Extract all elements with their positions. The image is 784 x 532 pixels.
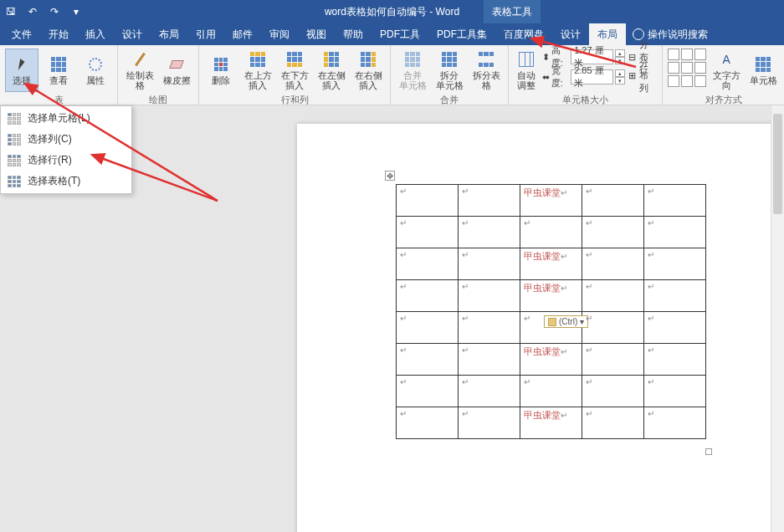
split-table-icon [477, 50, 495, 69]
height-input[interactable]: 1.27 厘米 [571, 49, 613, 64]
split-table-button[interactable]: 拆分表格 [469, 49, 503, 92]
grid-icon [49, 55, 68, 74]
table-cell: ↵ [459, 185, 520, 217]
width-spinner[interactable]: ▲▼ [615, 69, 625, 84]
scrollbar-thumb[interactable] [773, 114, 782, 214]
tab-insert[interactable]: 插入 [77, 23, 114, 45]
delete-button[interactable]: 删除 [204, 49, 238, 92]
table-cell: ↵ [644, 185, 706, 217]
autofit-button[interactable]: 自动调整 [514, 49, 539, 92]
tab-view[interactable]: 视图 [298, 23, 335, 45]
table-cell: ↵ [644, 344, 706, 376]
insert-below-button[interactable]: 在下方插入 [278, 49, 311, 92]
table-cell: ↵ [582, 248, 644, 280]
split-cells-button[interactable]: 拆分单元格 [433, 49, 466, 92]
table-cell: ↵ [397, 280, 459, 312]
table-cell: ↵ [397, 312, 459, 344]
table-row: ↵ ↵ ↵ ↵ ↵ [397, 217, 706, 248]
document-table[interactable]: ↵ ↵ 甲虫课堂↵ ↵ ↵ ↵ ↵ ↵ ↵ ↵ ↵ ↵ 甲虫课堂↵ ↵ ↵ [396, 184, 706, 439]
select-row-icon [8, 155, 21, 166]
group-draw: 绘制表格 橡皮擦 绘图 [118, 45, 199, 105]
table-cell: ↵ [582, 217, 644, 248]
height-spinner[interactable]: ▲▼ [615, 49, 625, 64]
select-cell-icon [8, 113, 21, 125]
pencil-icon [131, 50, 149, 69]
table-row: ↵ ↵ 甲虫课堂↵ ↵ ↵ [397, 185, 706, 217]
eraser-button[interactable]: 橡皮擦 [160, 49, 193, 92]
table-move-handle[interactable]: ✥ [385, 171, 395, 181]
tab-layout[interactable]: 布局 [151, 23, 187, 45]
table-cell: ↵ [520, 217, 582, 248]
merge-cells-button: 合并单元格 [396, 49, 429, 92]
group-cell-size: 自动调整 ⬍ 高度: 1.27 厘米 ▲▼ ⬌ 宽度: 2.85 厘米 ▲▼ ⊟… [509, 45, 663, 105]
properties-button[interactable]: 属性 [79, 49, 112, 92]
table-cell: ↵ [397, 344, 459, 376]
alignment-grid[interactable] [668, 49, 706, 87]
undo-icon[interactable]: ↶ [25, 4, 40, 19]
cell-margins-icon [754, 55, 772, 74]
redo-icon[interactable]: ↷ [47, 4, 62, 19]
width-input[interactable]: 2.85 厘米 [571, 69, 613, 84]
menu-select-row[interactable]: 选择行(R) [1, 150, 131, 171]
vertical-scrollbar[interactable] [771, 105, 784, 532]
table-cell: ↵ [582, 280, 644, 312]
menu-select-table[interactable]: 选择表格(T) [1, 171, 131, 192]
table-cell: ↵ [397, 248, 459, 280]
table-cell: ↵ [582, 312, 644, 344]
ribbon: 选择 查看 属性 表 绘制表格 橡皮擦 绘图 [0, 45, 784, 105]
table-row: ↵ ↵ 甲虫课堂↵ (Ctrl) ▾ ↵ ↵ [397, 280, 706, 312]
draw-table-button[interactable]: 绘制表格 [123, 49, 156, 92]
insert-right-button[interactable]: 在右侧插入 [351, 49, 385, 92]
insert-below-icon [285, 50, 304, 69]
tab-table-design[interactable]: 设计 [552, 23, 589, 45]
dist-rows-icon: ⊟ [628, 52, 636, 63]
view-gridlines-button[interactable]: 查看 [42, 49, 75, 92]
group-label-cell-size: 单元格大小 [562, 94, 608, 106]
width-label: 宽度: [551, 64, 569, 90]
tab-references[interactable]: 引用 [187, 23, 224, 45]
table-resize-handle[interactable] [705, 448, 712, 455]
group-merge: 合并单元格 拆分单元格 拆分表格 合并 [391, 45, 509, 105]
delete-icon [212, 55, 230, 74]
menu-select-column[interactable]: 选择列(C) [1, 129, 131, 150]
table-cell: ↵ [459, 407, 520, 439]
tab-baidu[interactable]: 百度网盘 [495, 23, 552, 45]
page: ✥ ↵ ↵ 甲虫课堂↵ ↵ ↵ ↵ ↵ ↵ ↵ ↵ ↵ ↵ 甲虫课堂↵ ↵ ↵ [297, 124, 784, 532]
table-cell: ↵ [644, 407, 706, 439]
tab-home[interactable]: 开始 [40, 23, 77, 45]
table-tools-contextual-label: 表格工具 [484, 0, 541, 23]
table-cell: ↵ [459, 376, 520, 407]
table-cell: ↵ [644, 217, 706, 248]
tab-review[interactable]: 审阅 [261, 23, 298, 45]
quick-access-toolbar: 🖫 ↶ ↷ ▾ [3, 4, 84, 19]
tab-pdf-tools[interactable]: PDF工具 [372, 23, 428, 45]
pointer-icon [13, 55, 31, 74]
menu-select-cell[interactable]: 选择单元格(L) [1, 108, 131, 129]
insert-left-button[interactable]: 在左侧插入 [315, 49, 348, 92]
tab-mailings[interactable]: 邮件 [224, 23, 261, 45]
select-column-icon [8, 134, 21, 146]
table-cell: 甲虫课堂↵ [520, 407, 582, 439]
save-icon[interactable]: 🖫 [3, 4, 18, 19]
table-cell: ↵ [459, 312, 520, 344]
group-label-table: 表 [54, 94, 64, 106]
tab-table-layout[interactable]: 布局 [589, 23, 626, 45]
text-direction-button[interactable]: A 文字方向 [710, 49, 743, 92]
table-cell: ↵ [644, 376, 706, 407]
table-cell: ↵ [397, 407, 459, 439]
tab-pdf-set[interactable]: PDF工具集 [428, 23, 495, 45]
cell-margins-button[interactable]: 单元格 [746, 49, 780, 92]
width-icon: ⬌ [542, 72, 550, 83]
properties-icon [86, 55, 105, 74]
table-cell: ↵ [520, 376, 582, 407]
insert-above-button[interactable]: 在上方插入 [241, 49, 274, 92]
select-button[interactable]: 选择 [5, 49, 38, 92]
table-cell: ↵ [397, 217, 459, 248]
table-cell: 甲虫课堂↵ [520, 344, 582, 376]
tab-help[interactable]: 帮助 [335, 23, 372, 45]
qat-dropdown-icon[interactable]: ▾ [69, 4, 84, 19]
distribute-cols-button[interactable]: ⊞分布列 [628, 67, 657, 84]
table-row: ↵ ↵ 甲虫课堂↵ ↵ ↵ [397, 248, 706, 280]
tab-design[interactable]: 设计 [114, 23, 151, 45]
tab-file[interactable]: 文件 [3, 23, 40, 45]
